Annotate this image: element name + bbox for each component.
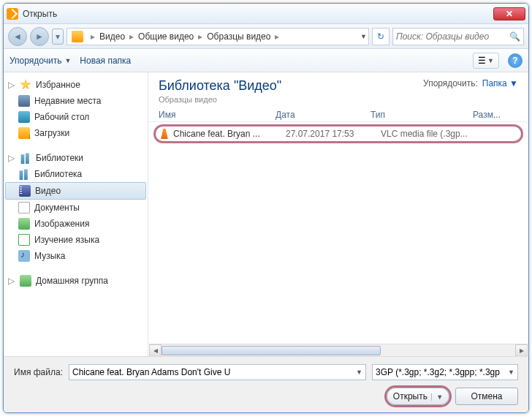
desktop-icon — [18, 111, 30, 123]
scroll-left-button[interactable]: ◂ — [149, 344, 162, 356]
view-mode-button[interactable]: ☰ ▼ — [473, 53, 499, 69]
search-box[interactable]: 🔍 — [392, 28, 524, 45]
col-name[interactable]: Имя — [159, 110, 276, 120]
sidebar-item-video[interactable]: Видео — [5, 182, 146, 200]
recent-icon — [18, 95, 30, 107]
chevron-down-icon[interactable]: ▼ — [360, 33, 367, 40]
sidebar-homegroup-header[interactable]: ▷Домашняя группа — [4, 273, 148, 289]
main-pane: Библиотека "Видео" Образцы видео Упорядо… — [148, 72, 528, 356]
titlebar: Открыть ✕ — [4, 4, 528, 24]
cancel-button[interactable]: Отмена — [455, 388, 518, 405]
chevron-right-icon: ▸ — [275, 31, 279, 42]
homegroup-icon — [20, 275, 31, 287]
col-type[interactable]: Тип — [370, 110, 473, 120]
sidebar-libraries-header[interactable]: ▷Библиотеки — [4, 150, 148, 166]
history-dropdown[interactable]: ▾ — [52, 29, 64, 45]
sidebar-item-music[interactable]: Музыка — [4, 248, 148, 264]
sidebar-item-study[interactable]: Изучение языка — [4, 232, 148, 248]
star-icon — [20, 79, 31, 91]
open-button[interactable]: Открыть ▼ — [387, 388, 449, 405]
sidebar-item-documents[interactable]: Документы — [4, 200, 148, 216]
chevron-right-icon: ▸ — [198, 31, 202, 42]
toolbar: Упорядочить ▼ Новая папка ☰ ▼ ? — [4, 49, 528, 72]
library-title: Библиотека "Видео" — [159, 78, 281, 94]
breadcrumb-item[interactable]: Образцы видео — [207, 31, 270, 42]
file-type-filter[interactable]: 3GP (*.3gp; *.3g2; *.3gpp; *.3gp▼ — [372, 364, 518, 380]
images-icon — [18, 218, 30, 230]
dialog-footer: Имя файла: Chicane feat. Bryan Adams Don… — [4, 356, 528, 412]
sort-label: Упорядочить: — [423, 78, 478, 88]
sidebar-item-desktop[interactable]: Рабочий стол — [4, 109, 148, 125]
nav-bar: ◄ ► ▾ ▸ Видео ▸ Общие видео ▸ Образцы ви… — [4, 24, 528, 49]
chevron-right-icon: ▸ — [129, 31, 134, 42]
breadcrumb-item[interactable]: Видео — [99, 31, 125, 42]
chevron-down-icon: ▼ — [508, 369, 514, 376]
file-name: Chicane feat. Bryan ... — [173, 129, 286, 139]
scroll-right-button[interactable]: ▸ — [515, 344, 528, 356]
sidebar-favorites-header[interactable]: ▷Избранное — [4, 77, 148, 93]
music-icon — [18, 250, 30, 262]
back-button[interactable]: ◄ — [8, 27, 27, 46]
file-date: 27.07.2017 17:53 — [286, 129, 381, 139]
sidebar-item-downloads[interactable]: Загрузки — [4, 125, 148, 141]
video-icon — [19, 185, 31, 197]
chevron-right-icon: ▸ — [91, 31, 95, 42]
organize-button[interactable]: Упорядочить ▼ — [10, 56, 71, 66]
sidebar: ▷Избранное Недавние места Рабочий стол З… — [4, 72, 148, 356]
library-subtitle: Образцы видео — [159, 95, 281, 104]
new-folder-button[interactable]: Новая папка — [80, 56, 131, 66]
scroll-thumb[interactable] — [162, 346, 381, 355]
file-row[interactable]: Chicane feat. Bryan ... 27.07.2017 17:53… — [156, 127, 521, 141]
downloads-icon — [18, 127, 30, 139]
breadcrumb[interactable]: ▸ Видео ▸ Общие видео ▸ Образцы видео ▸ … — [66, 28, 369, 45]
horizontal-scrollbar[interactable]: ◂ ▸ — [149, 344, 528, 356]
open-dialog-window: Открыть ✕ ◄ ► ▾ ▸ Видео ▸ Общие видео ▸ … — [3, 3, 529, 413]
column-headers: Имя Дата Тип Разм... — [148, 107, 528, 122]
window-title: Открыть — [23, 9, 493, 19]
app-icon — [7, 8, 18, 20]
search-icon: 🔍 — [509, 31, 520, 42]
filename-label: Имя файла: — [14, 367, 63, 377]
documents-icon — [18, 202, 30, 214]
study-icon — [18, 234, 30, 246]
sort-value[interactable]: Папка ▼ — [482, 78, 518, 88]
sidebar-item-images[interactable]: Изображения — [4, 216, 148, 232]
search-input[interactable] — [396, 31, 509, 42]
filename-input[interactable]: Chicane feat. Bryan Adams Don't Give U▼ — [69, 364, 366, 380]
forward-button[interactable]: ► — [30, 27, 49, 46]
vlc-icon — [159, 129, 170, 139]
library-icon — [18, 168, 30, 180]
help-button[interactable]: ? — [508, 53, 522, 68]
sidebar-item-recent[interactable]: Недавние места — [4, 93, 148, 109]
libraries-icon — [20, 152, 31, 164]
file-list[interactable]: Chicane feat. Bryan ... 27.07.2017 17:53… — [148, 122, 528, 344]
folder-icon — [72, 31, 83, 42]
col-date[interactable]: Дата — [276, 110, 370, 120]
breadcrumb-item[interactable]: Общие видео — [138, 31, 194, 42]
refresh-button[interactable]: ↻ — [372, 28, 390, 45]
close-button[interactable]: ✕ — [493, 7, 525, 20]
col-size[interactable]: Разм... — [473, 110, 518, 120]
chevron-down-icon[interactable]: ▼ — [356, 369, 362, 376]
sidebar-item-library[interactable]: Библиотека — [4, 166, 148, 182]
file-type: VLC media file (.3gp... — [381, 129, 483, 139]
